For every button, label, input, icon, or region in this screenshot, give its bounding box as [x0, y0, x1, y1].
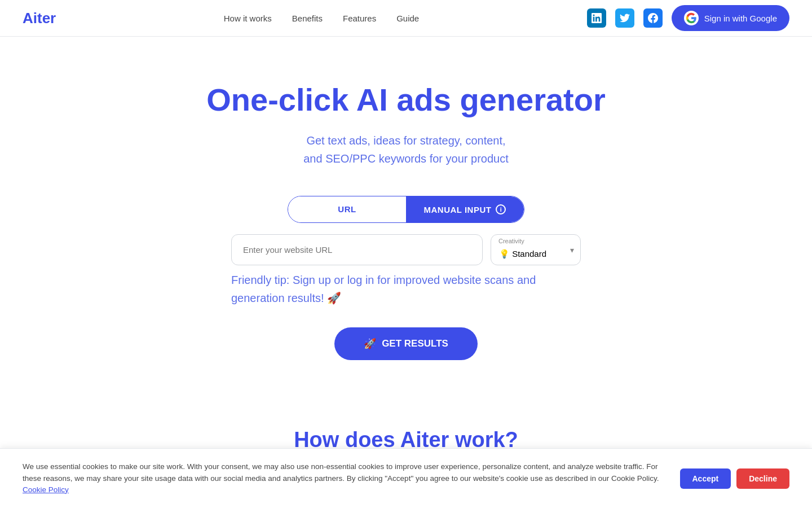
twitter-icon[interactable] [615, 8, 634, 28]
decline-button[interactable]: Decline [736, 468, 789, 489]
get-results-label: GET RESULTS [382, 338, 448, 349]
get-results-button[interactable]: 🚀 GET RESULTS [334, 327, 478, 360]
nav-benefits[interactable]: Benefits [292, 14, 323, 23]
facebook-icon[interactable] [643, 8, 663, 28]
hero-subtitle: Get text ads, ideas for strategy, conten… [11, 132, 801, 168]
cookie-banner: We use essential cookies to make our sit… [0, 448, 812, 508]
creativity-select-wrap: Creativity 💡 Standard 🔥 High 🧊 Low ▾ [491, 234, 581, 265]
sign-in-button[interactable]: Sign in with Google [672, 5, 789, 31]
nav-guide[interactable]: Guide [396, 14, 419, 23]
nav-features[interactable]: Features [343, 14, 376, 23]
creativity-label: Creativity [498, 238, 524, 244]
tab-manual-input[interactable]: MANUAL INPUT i [406, 196, 524, 222]
nav-links: How it works Benefits Features Guide [224, 14, 419, 23]
cookie-policy-link[interactable]: Cookie Policy [23, 485, 69, 494]
cookie-text: We use essential cookies to make our sit… [23, 461, 667, 496]
logo[interactable]: Aiter [23, 10, 56, 27]
sign-in-label: Sign in with Google [704, 14, 777, 23]
url-input[interactable] [231, 234, 483, 265]
navbar: Aiter How it works Benefits Features Gui… [0, 0, 812, 37]
rocket-icon: 🚀 [364, 338, 376, 350]
google-icon [684, 11, 699, 25]
form-row: Creativity 💡 Standard 🔥 High 🧊 Low ▾ [231, 234, 581, 265]
hero-section: One-click AI ads generator Get text ads,… [0, 37, 812, 394]
cookie-buttons: Accept Decline [680, 468, 790, 489]
linkedin-icon[interactable] [587, 8, 606, 28]
nav-how-it-works[interactable]: How it works [224, 14, 272, 23]
tab-url[interactable]: URL [288, 196, 406, 222]
tab-group: URL MANUAL INPUT i [288, 196, 524, 223]
hero-title: One-click AI ads generator [11, 82, 801, 118]
nav-right: Sign in with Google [587, 5, 789, 31]
accept-button[interactable]: Accept [680, 468, 731, 489]
friendly-tip: Friendly tip: Sign up or log in for impr… [231, 271, 581, 307]
input-section: URL MANUAL INPUT i Creativity 💡 Standard… [11, 196, 801, 360]
info-icon: i [496, 204, 506, 214]
